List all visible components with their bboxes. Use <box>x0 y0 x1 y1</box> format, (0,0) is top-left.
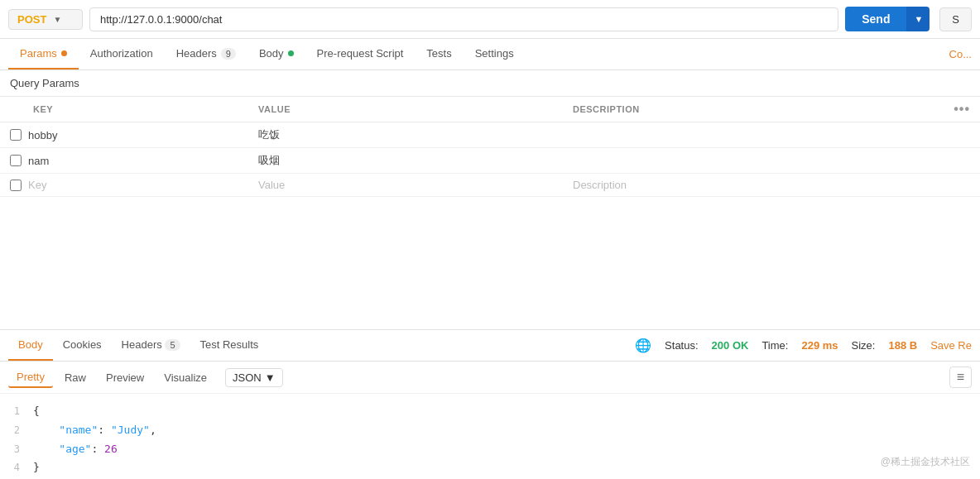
params-tab-label: Params <box>20 47 57 60</box>
visualize-label: Visualize <box>164 371 207 384</box>
resp-headers-badge: 5 <box>165 339 180 351</box>
raw-label: Raw <box>65 371 86 384</box>
format-row: Pretty Raw Preview Visualize JSON ▼ ≡ <box>0 362 980 394</box>
response-tabs-row: Body Cookies Headers 5 Test Results 🌐 St… <box>0 330 980 362</box>
settings-tab-label: Settings <box>475 47 514 60</box>
row1-actions <box>939 122 980 148</box>
json-selector-label: JSON <box>233 371 262 384</box>
row2-checkbox[interactable] <box>10 155 22 166</box>
time-label: Time: <box>761 339 788 352</box>
line-number-4: 4 <box>0 460 33 476</box>
placeholder-checkbox[interactable] <box>10 180 22 191</box>
resp-tab-body[interactable]: Body <box>8 330 53 361</box>
tab-overflow[interactable]: Co... <box>949 48 972 60</box>
method-selector[interactable]: POST ▼ <box>8 9 83 30</box>
params-dot <box>61 50 67 56</box>
tab-headers[interactable]: Headers 9 <box>165 39 247 69</box>
resp-cookies-label: Cookies <box>63 338 102 351</box>
size-label: Size: <box>852 339 876 352</box>
method-chevron-icon: ▼ <box>53 15 61 24</box>
headers-tab-label: Headers <box>176 47 217 60</box>
placeholder-description[interactable]: Description <box>563 174 939 197</box>
json-selector-chevron: ▼ <box>265 371 276 384</box>
resp-headers-label: Headers <box>122 338 162 351</box>
code-block: 1 { 2 "name": "Judy", 3 "age": 26 4 } <box>0 394 980 479</box>
wrap-icon: ≡ <box>957 370 964 384</box>
body-dot <box>288 50 294 56</box>
row2-value[interactable]: 吸烟 <box>248 148 563 174</box>
json-format-selector[interactable]: JSON ▼ <box>225 368 283 387</box>
request-tabs-row: Params Authorization Headers 9 Body Pre-… <box>0 39 980 70</box>
top-bar: POST ▼ Send ▼ S <box>0 0 980 39</box>
col-header-description: DESCRIPTION <box>563 97 939 122</box>
code-content-4: } <box>33 459 40 477</box>
code-line-1: 1 { <box>0 402 980 421</box>
line-number-2: 2 <box>0 423 33 438</box>
time-value: 229 ms <box>801 339 838 352</box>
fmt-tab-preview[interactable]: Preview <box>98 368 152 387</box>
resp-body-label: Body <box>18 338 43 351</box>
resp-tab-headers[interactable]: Headers 5 <box>112 330 190 361</box>
send-button-group: Send ▼ <box>845 7 930 31</box>
params-table: KEY VALUE DESCRIPTION ••• hobby 吃饭 <box>0 96 980 197</box>
placeholder-key-cell: Key <box>0 174 248 197</box>
watermark: @稀土掘金技术社区 <box>881 455 970 469</box>
headers-badge: 9 <box>221 48 236 60</box>
table-row: hobby 吃饭 <box>0 122 980 148</box>
line-number-1: 1 <box>0 404 33 419</box>
empty-area <box>0 197 980 329</box>
row1-checkbox[interactable] <box>10 129 22 141</box>
status-label: Status: <box>665 339 698 352</box>
placeholder-actions <box>939 174 980 197</box>
globe-icon: 🌐 <box>635 338 651 353</box>
wrap-button[interactable]: ≡ <box>949 366 972 388</box>
tab-params[interactable]: Params <box>8 39 79 69</box>
row1-description[interactable] <box>563 122 939 148</box>
tab-prerequest[interactable]: Pre-request Script <box>305 39 416 69</box>
query-params-title: Query Params <box>0 70 980 96</box>
resp-tab-test-results[interactable]: Test Results <box>190 330 269 361</box>
fmt-tab-visualize[interactable]: Visualize <box>156 368 215 387</box>
col-header-actions: ••• <box>939 97 980 122</box>
col-header-value: VALUE <box>248 97 563 122</box>
save-button[interactable]: S <box>939 7 972 31</box>
tests-tab-label: Tests <box>426 47 451 60</box>
save-response-button[interactable]: Save Re <box>930 339 972 352</box>
resp-test-results-label: Test Results <box>200 338 259 351</box>
more-options-icon[interactable]: ••• <box>954 102 970 116</box>
tab-tests[interactable]: Tests <box>415 39 463 69</box>
preview-label: Preview <box>106 371 144 384</box>
tab-authorization[interactable]: Authorization <box>79 39 165 69</box>
response-section: Body Cookies Headers 5 Test Results 🌐 St… <box>0 329 980 479</box>
placeholder-value[interactable]: Value <box>248 174 563 197</box>
status-value: 200 OK <box>712 339 749 352</box>
col-header-key: KEY <box>0 97 248 122</box>
placeholder-key[interactable]: Key <box>28 179 46 191</box>
method-label: POST <box>17 13 46 26</box>
param-key-cell: nam <box>0 148 248 174</box>
code-content-2: "name": "Judy", <box>33 422 156 439</box>
send-button[interactable]: Send <box>845 7 906 31</box>
row2-actions <box>939 148 980 174</box>
row1-value[interactable]: 吃饭 <box>248 122 563 148</box>
table-row: nam 吸烟 <box>0 148 980 174</box>
response-status-bar: 🌐 Status: 200 OK Time: 229 ms Size: 188 … <box>635 338 972 353</box>
row1-key[interactable]: hobby <box>28 129 57 141</box>
code-line-2: 2 "name": "Judy", <box>0 421 980 440</box>
fmt-tab-pretty[interactable]: Pretty <box>8 367 53 388</box>
send-dropdown-button[interactable]: ▼ <box>906 7 930 31</box>
url-input[interactable] <box>89 7 838 31</box>
authorization-tab-label: Authorization <box>90 47 153 60</box>
tab-settings[interactable]: Settings <box>464 39 526 69</box>
resp-tab-cookies[interactable]: Cookies <box>53 330 112 361</box>
code-line-3: 3 "age": 26 <box>0 440 980 459</box>
size-value: 188 B <box>888 339 917 352</box>
row2-key[interactable]: nam <box>28 155 49 167</box>
table-row-placeholder: Key Value Description <box>0 174 980 197</box>
fmt-tab-raw[interactable]: Raw <box>56 368 94 387</box>
row2-description[interactable] <box>563 148 939 174</box>
code-content-1: { <box>33 403 40 420</box>
body-tab-label: Body <box>259 47 284 60</box>
tab-body[interactable]: Body <box>247 39 305 69</box>
code-content-3: "age": 26 <box>33 441 118 458</box>
